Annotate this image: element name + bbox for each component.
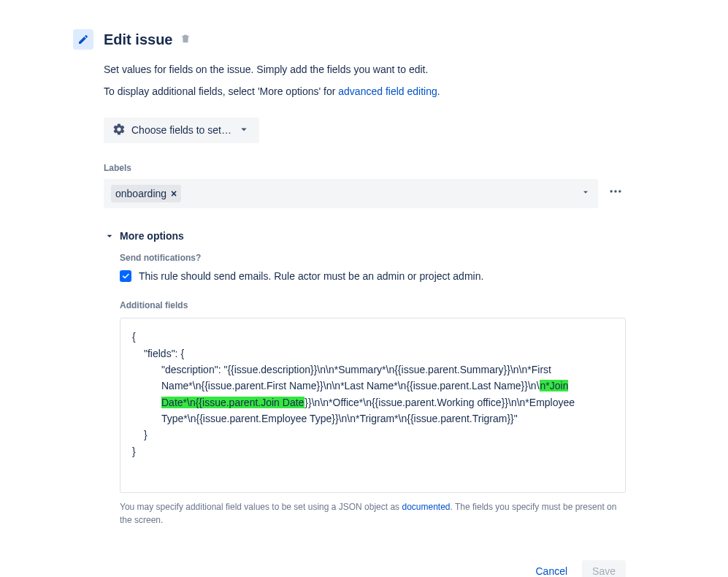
chevron-down-icon[interactable] bbox=[581, 186, 591, 201]
advanced-field-editing-link[interactable]: advanced field editing bbox=[338, 85, 437, 97]
send-notifications-text: This rule should send emails. Rule actor… bbox=[139, 269, 483, 283]
additional-fields-editor[interactable]: { "fields": { "description": "{{issue.de… bbox=[120, 318, 626, 493]
save-button[interactable]: Save bbox=[582, 560, 626, 577]
documented-link[interactable]: documented bbox=[402, 502, 450, 512]
svg-point-0 bbox=[610, 191, 613, 193]
check-icon bbox=[121, 272, 130, 280]
send-notifications-checkbox[interactable] bbox=[120, 270, 131, 282]
cancel-button[interactable]: Cancel bbox=[525, 560, 578, 577]
chevron-down-icon bbox=[237, 123, 250, 138]
svg-point-2 bbox=[618, 191, 621, 193]
page-title: Edit issue bbox=[104, 29, 191, 50]
labels-more-icon[interactable] bbox=[605, 181, 626, 205]
labels-input[interactable]: onboarding × bbox=[104, 179, 598, 208]
edit-issue-icon bbox=[73, 29, 93, 50]
tag-remove-icon[interactable]: × bbox=[171, 188, 177, 199]
svg-point-1 bbox=[614, 191, 616, 193]
additional-fields-label: Additional fields bbox=[120, 299, 626, 312]
delete-icon[interactable] bbox=[180, 29, 191, 50]
choose-fields-button[interactable]: Choose fields to set… bbox=[104, 118, 259, 143]
send-notifications-label: Send notifications? bbox=[120, 252, 626, 264]
more-options-toggle[interactable]: More options bbox=[104, 229, 626, 243]
gear-icon bbox=[112, 123, 126, 138]
chevron-down-icon bbox=[104, 230, 115, 242]
additional-fields-hint: You may specify additional field values … bbox=[120, 500, 626, 527]
label-tag: onboarding × bbox=[111, 185, 181, 202]
labels-field-label: Labels bbox=[104, 162, 626, 175]
intro-line-1: Set values for fields on the issue. Simp… bbox=[104, 62, 626, 77]
intro-line-2: To display additional fields, select 'Mo… bbox=[104, 84, 626, 99]
